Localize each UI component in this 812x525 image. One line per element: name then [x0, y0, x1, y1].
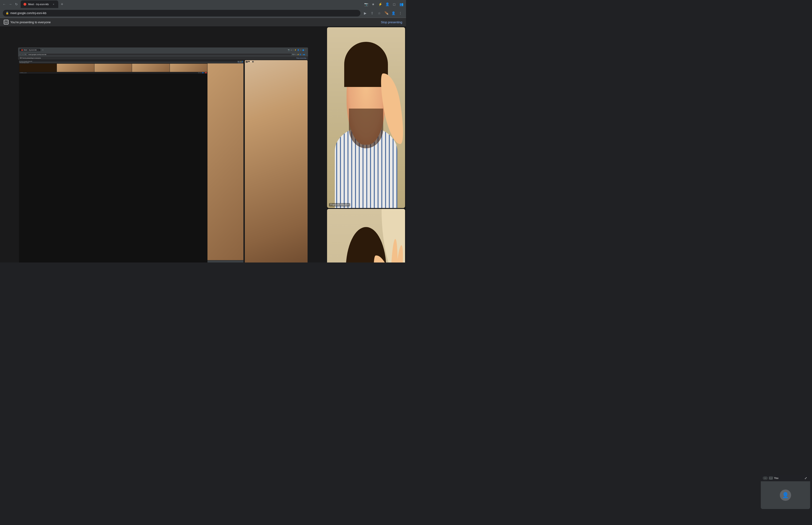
- francois-video-medium: François Beaufort: [327, 27, 405, 208]
- svg-rect-0: [5, 21, 7, 23]
- nested-you-label: You: [250, 61, 252, 63]
- nested-tab: Meet - tnj-esni-ikb ×: [19, 49, 41, 51]
- mini-content: 11:22 AM | tnj-esni-ikb: [19, 63, 243, 262]
- francois-video-large: François Beaufort: [327, 209, 405, 262]
- camera-icon[interactable]: 📷: [363, 1, 369, 7]
- nested-addr-icon6: ◻: [302, 54, 303, 55]
- mini-participant-1: [208, 63, 243, 260]
- mini-forward: →: [21, 61, 21, 62]
- francois-name-medium: François Beaufort: [329, 203, 350, 207]
- stop-presenting-button[interactable]: Stop presenting: [381, 20, 402, 24]
- grid-icon[interactable]: ⋮: [398, 10, 403, 16]
- nested-presenting-left: You're presenting to everyone: [20, 57, 41, 59]
- mini-i2: ☆: [239, 61, 240, 62]
- user2-icon[interactable]: 👤: [390, 10, 396, 16]
- mini-time: 11:22 AM | tnj-esni-ikb: [20, 72, 27, 73]
- account-icon[interactable]: 👥: [398, 1, 404, 7]
- nested-icon-6: ◻: [300, 49, 302, 51]
- nested-url: meet.google.com/tnj-esni-ikb: [27, 54, 291, 56]
- lock-icon: 🔒: [6, 12, 9, 15]
- tiny-face-4: [170, 64, 207, 72]
- address-bar-row: 🔒 meet.google.com/tnj-esni-ikb ▶ ⇧ ☆ 🪶 👤…: [0, 9, 406, 18]
- mini-btn-3: [201, 72, 202, 73]
- main-content: Meet - tnj-esni-ikb × + 📷 ● ☆ ⚡ 👤 ◻ 👥 ⋮: [0, 26, 406, 262]
- francois-tile-large: François Beaufort: [327, 209, 405, 262]
- recursive-screen: ← → ↻ meet.google.com/tnj-esni-ikb 📷 ☆ ⚡…: [18, 60, 244, 262]
- bookmark-icon[interactable]: ★: [370, 1, 376, 7]
- url-text: meet.google.com/tnj-esni-ikb: [10, 12, 46, 15]
- nested-refresh: ↻: [25, 54, 26, 56]
- nested-browser: Meet - tnj-esni-ikb × + 📷 ● ☆ ⚡ 👤 ◻ 👥 ⋮: [18, 47, 308, 262]
- nested-tab-close: ×: [37, 49, 39, 51]
- mini-i3: ⚡: [240, 61, 242, 62]
- nested-presenting-bar: You're presenting to everyone Stop prese…: [18, 56, 308, 60]
- nested-icon-3: ☆: [292, 49, 294, 51]
- split-view-icon[interactable]: ◻: [392, 1, 397, 7]
- bookmark-star-icon[interactable]: ☆: [377, 10, 382, 16]
- mini-btn-2: [199, 72, 201, 73]
- mini-back: ←: [19, 61, 20, 62]
- active-tab[interactable]: Meet - tnj-esni-ikb ×: [21, 0, 58, 8]
- screen-capture-icon[interactable]: ▶: [362, 10, 368, 16]
- tiny-face-3: [132, 64, 169, 72]
- mini-i1: 📷: [238, 61, 239, 62]
- nested-chrome: Meet - tnj-esni-ikb × + 📷 ● ☆ ⚡ 👤 ◻ 👥 ⋮: [18, 47, 308, 52]
- nested-addr-icon5: 👤: [299, 54, 301, 55]
- nested-addr-icon7: 👥: [303, 54, 305, 55]
- mini-btn-4: [202, 72, 203, 73]
- mini-participant-2: [208, 260, 243, 263]
- mini-refresh: ↻: [22, 61, 22, 62]
- nested-new-tab: +: [42, 49, 44, 51]
- mini-tools: [198, 72, 207, 73]
- presenting-text: You're presenting to everyone: [10, 20, 51, 24]
- nested-icon-7: 👥: [302, 49, 304, 51]
- forward-button[interactable]: →: [8, 2, 13, 6]
- ultra-mini-1: [19, 64, 57, 72]
- mini-url: meet.google.com/tnj-esni-ikb: [23, 61, 238, 62]
- mini-bottom-toolbar: 11:22 AM | tnj-esni-ikb: [19, 72, 207, 74]
- refresh-button[interactable]: ↻: [14, 2, 19, 6]
- nested-back: ←: [19, 54, 21, 55]
- ultra-mini-5: [170, 64, 207, 72]
- nested-screen-icon: [248, 61, 250, 62]
- nested-addr-menu: ⋮: [305, 54, 307, 55]
- mini-i4: 👤: [242, 61, 243, 62]
- mini-end-btn: [205, 72, 207, 73]
- mini-stop: Stop presenting: [238, 62, 243, 63]
- nested-menu-dots: ···: [246, 61, 248, 63]
- ultra-mini-3: [94, 64, 132, 72]
- nested-addr-icon1: 📷: [292, 54, 294, 55]
- mini-face-r1: [208, 63, 243, 260]
- present-banner-icon: [4, 20, 9, 25]
- back-button[interactable]: ←: [2, 2, 6, 6]
- nested-expand: ⤢: [252, 61, 254, 62]
- nested-stop-btn: Stop presenting: [296, 57, 306, 59]
- nested-favicon: [21, 49, 23, 51]
- tiny-face-2: [94, 64, 132, 72]
- screen-share-area: Meet - tnj-esni-ikb × + 📷 ● ☆ ⚡ 👤 ◻ 👥 ⋮: [0, 26, 326, 262]
- presenting-message-area: You're presenting to everyone: [4, 20, 51, 25]
- francois-face-large: [327, 209, 405, 262]
- nested-presenting-text: You're presenting to everyone: [22, 57, 41, 59]
- beard: [349, 108, 383, 148]
- share-icon[interactable]: ⇧: [369, 10, 375, 16]
- ultra-mini-2: [57, 64, 94, 72]
- right-participants-sidebar: François Beaufort: [326, 26, 406, 262]
- nested-icon-5: 👤: [297, 49, 299, 51]
- profile-icon[interactable]: 👤: [384, 1, 390, 7]
- svg-rect-2: [20, 57, 21, 58]
- francois-tile-medium: François Beaufort: [327, 27, 405, 208]
- nested-main-participant: François Beaufort ··· You ⤢: [245, 60, 308, 262]
- address-bar[interactable]: 🔒 meet.google.com/tnj-esni-ikb: [3, 10, 361, 16]
- tab-favicon: [24, 3, 26, 6]
- extension2-icon[interactable]: 🪶: [383, 10, 389, 16]
- nested-icon-4: ⚡: [294, 49, 296, 51]
- tab-close-button[interactable]: ×: [52, 2, 56, 6]
- francois-face-medium: [327, 27, 405, 208]
- tiny-face-1: [57, 64, 94, 72]
- nested-content: ← → ↻ meet.google.com/tnj-esni-ikb 📷 ☆ ⚡…: [18, 60, 308, 262]
- extension-icon[interactable]: ⚡: [377, 1, 383, 7]
- nested-tab-title: Meet - tnj-esni-ikb: [24, 49, 37, 51]
- browser-chrome: ← → ↻ Meet - tnj-esni-ikb × + 📷 ★ ⚡ 👤 ◻ …: [0, 0, 406, 9]
- new-tab-button[interactable]: +: [59, 1, 65, 7]
